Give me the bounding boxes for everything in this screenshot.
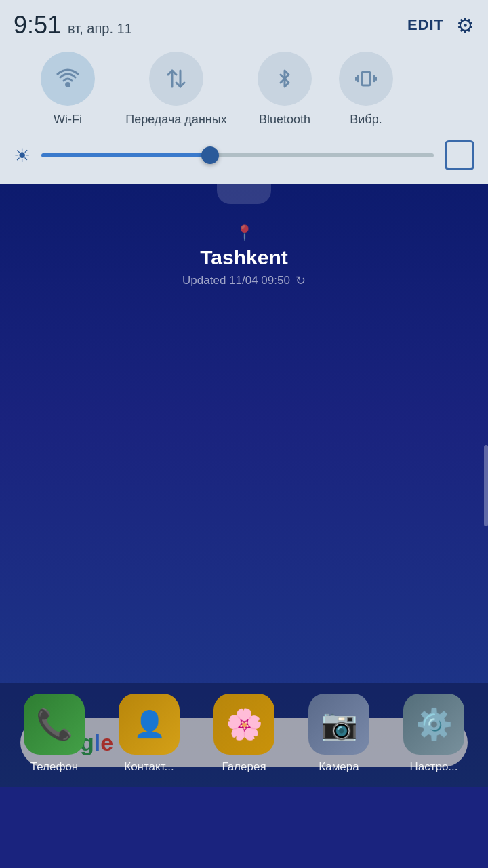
weather-widget: 📍 Tashkent Updated 11/04 09:50 ↻ xyxy=(182,224,306,288)
tile-bluetooth[interactable]: Bluetooth xyxy=(230,52,339,127)
dock-item-contacts[interactable]: 👤 Контакт... xyxy=(119,694,180,774)
wifi-tile-circle xyxy=(41,52,95,106)
vibrate-tile-circle xyxy=(339,52,393,106)
screen-button[interactable] xyxy=(445,140,474,170)
vibrate-icon xyxy=(354,66,378,91)
settings-app-icon: ⚙️ xyxy=(403,694,464,755)
phone-label: Телефон xyxy=(30,760,79,774)
brightness-row: ☀ xyxy=(14,140,474,170)
brightness-track xyxy=(41,153,434,157)
settings-icon[interactable]: ⚙ xyxy=(456,14,474,37)
brightness-slider[interactable] xyxy=(41,149,434,162)
tile-vibrate[interactable]: Вибр. xyxy=(339,52,393,127)
updated-row: Updated 11/04 09:50 ↻ xyxy=(182,273,306,288)
dock-item-phone[interactable]: 📞 Телефон xyxy=(24,694,85,774)
dock: 📞 Телефон 👤 Контакт... 🌸 Галерея 📷 Камер… xyxy=(0,683,488,787)
home-screen: 📍 Tashkent Updated 11/04 09:50 ↻ Google … xyxy=(0,184,488,787)
bluetooth-label: Bluetooth xyxy=(259,113,310,127)
phone-app-icon: 📞 xyxy=(24,694,85,755)
panel-handle[interactable] xyxy=(217,184,271,204)
refresh-icon[interactable]: ↻ xyxy=(296,273,306,288)
date-display: вт, апр. 11 xyxy=(68,21,132,37)
tile-data[interactable]: Передача данных xyxy=(122,52,230,127)
camera-app-icon: 📷 xyxy=(308,694,369,755)
dock-item-camera[interactable]: 📷 Камера xyxy=(308,694,369,774)
bluetooth-tile-circle xyxy=(258,52,312,106)
status-bar: 9:51 вт, апр. 11 EDIT ⚙ xyxy=(14,11,474,39)
data-tile-circle xyxy=(149,52,203,106)
contacts-app-icon: 👤 xyxy=(119,694,180,755)
svg-rect-1 xyxy=(362,72,370,85)
updated-label: Updated 11/04 09:50 xyxy=(182,274,290,288)
vibrate-label: Вибр. xyxy=(350,113,382,127)
svg-point-0 xyxy=(66,83,70,87)
settings-label: Настро... xyxy=(409,760,458,774)
edit-button[interactable]: EDIT xyxy=(407,16,444,34)
gallery-label: Галерея xyxy=(222,760,266,774)
city-name: Tashkent xyxy=(200,246,287,269)
data-label: Передача данных xyxy=(125,113,226,127)
time-display: 9:51 xyxy=(14,11,61,39)
bluetooth-icon xyxy=(272,66,297,91)
brightness-icon: ☀ xyxy=(14,144,30,167)
contacts-label: Контакт... xyxy=(124,760,174,774)
tile-wifi[interactable]: Wi-Fi xyxy=(14,52,122,127)
dock-item-settings[interactable]: ⚙️ Настро... xyxy=(403,694,464,774)
side-scrollbar xyxy=(484,445,488,526)
brightness-thumb[interactable] xyxy=(201,146,219,164)
gallery-app-icon: 🌸 xyxy=(214,694,274,755)
quick-settings-row: Wi-Fi Передача данных Bluetooth xyxy=(14,52,474,127)
status-left: 9:51 вт, апр. 11 xyxy=(14,11,132,39)
data-transfer-icon xyxy=(164,66,188,91)
camera-label: Камера xyxy=(319,760,359,774)
dock-item-gallery[interactable]: 🌸 Галерея xyxy=(214,694,274,774)
notification-panel: 9:51 вт, апр. 11 EDIT ⚙ Wi-Fi xyxy=(0,0,488,184)
wifi-icon xyxy=(56,66,80,91)
wifi-label: Wi-Fi xyxy=(54,113,82,127)
location-pin-icon: 📍 xyxy=(235,224,253,242)
status-right: EDIT ⚙ xyxy=(407,14,474,37)
